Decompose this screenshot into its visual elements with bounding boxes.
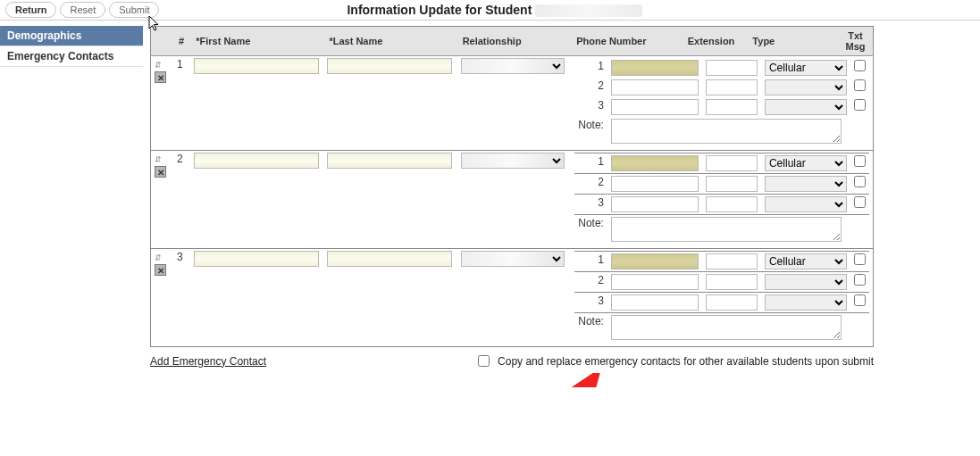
phone-row-label: 2	[574, 78, 607, 97]
phone-type-select[interactable]: Cellular	[765, 60, 847, 76]
note-label: Note:	[574, 215, 607, 247]
col-handle	[151, 27, 173, 56]
txt-msg-checkbox[interactable]	[854, 155, 866, 167]
note-textarea[interactable]	[611, 315, 842, 340]
emergency-contacts-table: # *First Name *Last Name Relationship Ph…	[150, 26, 874, 347]
extension-input[interactable]	[706, 253, 758, 269]
col-first: *First Name	[190, 27, 323, 56]
delete-row-button[interactable]: ✕	[155, 264, 166, 276]
extension-input[interactable]	[706, 99, 758, 115]
phone-row-label: 1	[574, 153, 607, 174]
phone-type-select[interactable]: Cellular	[765, 155, 847, 171]
phone-type-select[interactable]: Cellular	[765, 274, 847, 290]
reorder-handle-icon[interactable]: ⇵	[155, 61, 161, 70]
col-ext: Extension	[683, 27, 748, 56]
note-label: Note:	[574, 313, 607, 345]
student-name-redacted	[535, 4, 642, 17]
extension-input[interactable]	[706, 79, 758, 95]
col-type: Type	[747, 27, 838, 56]
note-label: Note:	[574, 117, 607, 148]
table-row: ⇵ ✕11Cellular2Cellular3CellularNote:	[151, 56, 874, 151]
reorder-handle-icon[interactable]: ⇵	[155, 155, 161, 164]
phone-number-input[interactable]	[611, 274, 699, 290]
phone-type-select[interactable]: Cellular	[765, 294, 847, 311]
first-name-input[interactable]	[194, 58, 319, 74]
copy-replace-text: Copy and replace emergency contacts for …	[498, 355, 874, 368]
phone-row-label: 1	[574, 58, 607, 78]
relationship-select[interactable]	[461, 153, 565, 169]
col-num: #	[173, 27, 190, 56]
relationship-select[interactable]	[461, 58, 565, 74]
first-name-input[interactable]	[194, 251, 319, 267]
phone-row-label: 2	[574, 174, 607, 195]
sidebar-item-demographics[interactable]: Demographics	[0, 26, 143, 46]
phone-row-label: 3	[574, 97, 607, 117]
reorder-handle-icon[interactable]: ⇵	[155, 253, 161, 262]
phone-number-input[interactable]	[611, 176, 699, 192]
relationship-select[interactable]	[461, 251, 565, 267]
txt-msg-checkbox[interactable]	[854, 294, 866, 306]
extension-input[interactable]	[706, 294, 758, 311]
copy-replace-checkbox[interactable]	[478, 355, 490, 367]
delete-row-button[interactable]: ✕	[155, 166, 166, 178]
phone-number-input[interactable]	[611, 155, 699, 171]
last-name-input[interactable]	[327, 251, 452, 267]
phone-type-select[interactable]: Cellular	[765, 196, 847, 212]
phone-row-label: 3	[574, 195, 607, 215]
col-phone: Phone Number	[571, 27, 682, 56]
phone-number-input[interactable]	[611, 60, 699, 76]
first-name-input[interactable]	[194, 153, 319, 169]
phone-number-input[interactable]	[611, 196, 699, 212]
phone-type-select[interactable]: Cellular	[765, 253, 847, 269]
annotation-arrow-icon	[523, 373, 612, 387]
last-name-input[interactable]	[327, 153, 452, 169]
txt-msg-checkbox[interactable]	[854, 60, 866, 71]
submit-button[interactable]: Submit	[109, 2, 159, 18]
txt-msg-checkbox[interactable]	[854, 176, 866, 187]
row-number: 3	[173, 249, 190, 347]
note-textarea[interactable]	[611, 217, 842, 242]
row-number: 1	[173, 56, 190, 151]
extension-input[interactable]	[706, 274, 758, 290]
phone-row-label: 2	[574, 272, 607, 293]
extension-input[interactable]	[706, 196, 758, 212]
phone-row-label: 1	[574, 252, 607, 272]
extension-input[interactable]	[706, 60, 758, 76]
reset-button[interactable]: Reset	[60, 2, 105, 18]
phone-type-select[interactable]: Cellular	[765, 176, 847, 192]
extension-input[interactable]	[706, 176, 758, 192]
txt-msg-checkbox[interactable]	[854, 79, 866, 91]
phone-type-select[interactable]: Cellular	[765, 99, 847, 115]
note-textarea[interactable]	[611, 119, 842, 144]
phone-number-input[interactable]	[611, 253, 699, 269]
copy-replace-label[interactable]: Copy and replace emergency contacts for …	[474, 352, 874, 369]
phone-type-select[interactable]: Cellular	[765, 79, 847, 95]
sidebar-item-emergency-contacts[interactable]: Emergency Contacts	[0, 46, 143, 67]
phone-number-input[interactable]	[611, 294, 699, 311]
col-txt: Txt Msg	[838, 27, 873, 56]
txt-msg-checkbox[interactable]	[854, 253, 866, 265]
last-name-input[interactable]	[327, 58, 452, 74]
page-title: Information Update for Student	[347, 3, 642, 17]
delete-row-button[interactable]: ✕	[155, 71, 166, 83]
phone-number-input[interactable]	[611, 99, 699, 115]
extension-input[interactable]	[706, 155, 758, 171]
phone-row-label: 3	[574, 293, 607, 313]
txt-msg-checkbox[interactable]	[854, 196, 866, 208]
table-row: ⇵ ✕31Cellular2Cellular3CellularNote:	[151, 249, 874, 347]
row-number: 2	[173, 151, 190, 249]
col-rel: Relationship	[457, 27, 572, 56]
txt-msg-checkbox[interactable]	[854, 99, 866, 111]
phone-number-input[interactable]	[611, 79, 699, 95]
top-toolbar: Return Reset Submit Information Update f…	[0, 0, 980, 21]
col-last: *Last Name	[323, 27, 456, 56]
txt-msg-checkbox[interactable]	[854, 274, 866, 286]
return-button[interactable]: Return	[5, 2, 56, 18]
table-row: ⇵ ✕21Cellular2Cellular3CellularNote:	[151, 151, 874, 249]
sidebar: Demographics Emergency Contacts	[0, 21, 143, 387]
add-emergency-contact-link[interactable]: Add Emergency Contact	[150, 355, 266, 368]
